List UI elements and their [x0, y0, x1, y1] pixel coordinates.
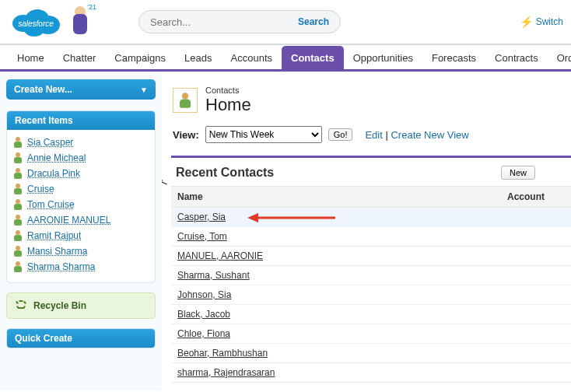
table-row: Cruise, Tom: [171, 227, 571, 247]
contact-link[interactable]: Chloe, Fiona: [177, 328, 230, 339]
account-cell: [501, 208, 571, 227]
recent-item-link[interactable]: AARONIE MANUEL: [27, 215, 110, 226]
account-cell: [501, 344, 571, 363]
search-button[interactable]: Search: [292, 13, 335, 30]
create-view-link[interactable]: Create New View: [391, 129, 468, 141]
col-account[interactable]: Account: [501, 187, 571, 208]
page-title: Home: [205, 95, 251, 115]
recent-item-link[interactable]: Sharma Sharma: [27, 261, 95, 272]
contact-link[interactable]: Black, Jacob: [177, 309, 230, 320]
person-icon: [13, 152, 23, 163]
person-icon: [13, 246, 23, 257]
switch-label: Switch: [536, 16, 563, 27]
search-input[interactable]: [149, 16, 292, 29]
recent-item-link[interactable]: Ramit Rajput: [27, 230, 81, 241]
col-name[interactable]: Name: [171, 187, 501, 208]
tab-leads[interactable]: Leads: [175, 46, 221, 69]
recent-item-link[interactable]: Cruise: [27, 184, 54, 194]
sidebar-recent-item: Annie Micheal: [13, 150, 149, 166]
sidebar-recent-item: Tom Cruise: [13, 197, 149, 212]
table-row: sharma, Rajendrasaran: [171, 363, 571, 383]
chevron-down-icon: ▼: [140, 86, 148, 94]
quick-create-header: Quick Create: [7, 329, 155, 348]
quick-create-panel: Quick Create: [6, 328, 156, 348]
contact-link[interactable]: sharma, Rajendrasaran: [177, 367, 275, 378]
recent-items-header: Recent Items: [7, 111, 155, 130]
account-cell: [501, 324, 571, 344]
tab-forecasts[interactable]: Forecasts: [422, 46, 485, 69]
person-icon: [13, 215, 23, 226]
recycle-icon: [15, 299, 27, 312]
table-row: Casper, Sia: [171, 208, 571, 227]
cursor-icon: ↖: [162, 174, 170, 189]
tab-opportunities[interactable]: Opportunities: [344, 46, 422, 69]
tab-accounts[interactable]: Accounts: [222, 46, 282, 69]
recycle-bin[interactable]: Recycle Bin: [6, 292, 156, 319]
lightning-icon: ⚡: [520, 16, 533, 28]
recent-items-panel: Recent Items Sia CasperAnnie MichealDrac…: [6, 110, 156, 283]
account-cell: [501, 247, 571, 266]
tab-campaigns[interactable]: Campaigns: [105, 46, 175, 69]
go-button[interactable]: Go!: [328, 128, 353, 141]
recycle-bin-label: Recycle Bin: [33, 300, 86, 311]
contact-link[interactable]: Casper, Sia: [177, 212, 226, 222]
contact-link[interactable]: Cruise, Tom: [177, 231, 227, 242]
contact-link[interactable]: Sharma, Sushant: [177, 270, 250, 281]
page-title-row: Contacts Home: [173, 86, 571, 115]
tab-home[interactable]: Home: [8, 46, 54, 69]
recent-item-link[interactable]: Sia Casper: [27, 137, 73, 148]
create-new-dropdown[interactable]: Create New... ▼: [6, 79, 156, 100]
sidebar-recent-item: Mansi Sharma: [13, 243, 149, 259]
person-icon: [13, 261, 23, 272]
sidebar-recent-item: Ramit Rajput: [13, 228, 149, 243]
breadcrumb: Contacts: [205, 86, 251, 95]
recent-items-list: Sia CasperAnnie MichealDracula PinkCruis…: [13, 135, 149, 275]
mascot-badge: '21: [87, 3, 96, 11]
tab-chatter[interactable]: Chatter: [54, 46, 106, 69]
person-icon: [13, 137, 23, 148]
recent-item-link[interactable]: Tom Cruise: [27, 199, 75, 210]
table-row: MANUEL, AARONIE: [171, 247, 571, 266]
view-select[interactable]: New This Week: [205, 126, 322, 143]
contacts-icon: [173, 88, 198, 113]
account-cell: [501, 305, 571, 324]
content-area: ↖ Contacts Home View: New This Week Go! …: [162, 72, 571, 390]
edit-view-link[interactable]: Edit: [365, 129, 382, 141]
recent-item-link[interactable]: Dracula Pink: [27, 168, 80, 179]
switch-link[interactable]: ⚡ Switch: [520, 16, 563, 28]
app-header: salesforce '21 Search ⚡ Switch: [0, 0, 571, 44]
salesforce-logo: salesforce: [8, 3, 64, 40]
new-contact-button[interactable]: New: [501, 166, 535, 180]
contact-link[interactable]: Johnson, Sia: [177, 289, 231, 300]
recent-contacts-heading: Recent Contacts: [176, 166, 274, 180]
tab-contracts[interactable]: Contracts: [485, 46, 548, 69]
recent-item-link[interactable]: Mansi Sharma: [27, 246, 87, 257]
account-cell: [501, 266, 571, 285]
person-icon: [13, 168, 23, 179]
contact-link[interactable]: MANUEL, AARONIE: [177, 250, 263, 261]
account-cell: [501, 227, 571, 247]
recent-contacts-table: Name Account Casper, SiaCruise, TomMANUE…: [171, 186, 571, 383]
view-label: View:: [173, 129, 199, 141]
sidebar-recent-item: Sia Casper: [13, 135, 149, 150]
sidebar-recent-item: AARONIE MANUEL: [13, 212, 149, 228]
global-search: Search: [138, 10, 341, 33]
sidebar-recent-item: Cruise: [13, 181, 149, 197]
mascot-icon: '21: [68, 5, 92, 39]
create-new-label: Create New...: [14, 84, 72, 95]
tab-orde[interactable]: Orde: [548, 46, 571, 69]
sidebar-recent-item: Sharma Sharma: [13, 259, 149, 275]
person-icon: [13, 199, 23, 210]
tab-contacts[interactable]: Contacts: [282, 46, 344, 69]
nav-tabs: HomeChatterCampaignsLeadsAccountsContact…: [0, 44, 571, 72]
account-cell: [501, 285, 571, 305]
table-row: Johnson, Sia: [171, 285, 571, 305]
person-icon: [13, 230, 23, 241]
table-row: Black, Jacob: [171, 305, 571, 324]
recent-contacts-section: Recent Contacts New Name Account Casper,…: [171, 156, 571, 383]
recent-item-link[interactable]: Annie Micheal: [27, 152, 86, 163]
table-row: Sharma, Sushant: [171, 266, 571, 285]
sidebar: Create New... ▼ Recent Items Sia CasperA…: [0, 72, 162, 390]
account-cell: [501, 363, 571, 383]
contact-link[interactable]: Beohar, Rambhushan: [177, 348, 268, 359]
